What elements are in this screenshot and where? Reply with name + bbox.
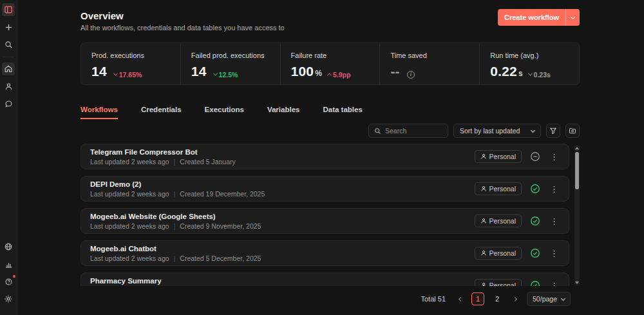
sidebar-item-chat-icon[interactable] <box>2 97 15 110</box>
workflow-name: Telegram File Compressor Bot <box>90 148 475 156</box>
stat-unit: s <box>518 69 523 78</box>
scrollbar-up-arrow-icon[interactable] <box>575 147 579 149</box>
create-workflow-button[interactable]: Create workflow <box>498 9 580 26</box>
new-item-plus-icon[interactable] <box>2 21 15 33</box>
trend-arrow-icon <box>113 72 118 76</box>
workflow-row[interactable]: Telegram File Compressor Bot Last update… <box>80 144 569 169</box>
workflow-created: Created 5 January <box>180 158 235 166</box>
chevron-right-icon <box>512 296 516 301</box>
tab[interactable]: Data tables <box>323 106 362 119</box>
workflow-info: Mogeeb.ai Website (Google Sheets) Last u… <box>90 213 475 230</box>
total-count-label: Total 51 <box>421 295 446 303</box>
page-number-button[interactable]: 1 <box>471 292 484 305</box>
stat-trend <box>407 71 417 79</box>
list-scrollbar[interactable] <box>574 145 580 286</box>
search-input[interactable] <box>385 127 442 135</box>
workflow-name: Pharmacy Summary <box>90 277 475 285</box>
stat-trend: 0.23s <box>529 71 551 79</box>
chevron-down-icon <box>561 296 565 300</box>
stats-strip: Prod. executions 14 17.65% <box>80 43 580 85</box>
row-menu-kebab-icon[interactable]: ⋮ <box>549 248 560 259</box>
person-icon <box>480 282 487 286</box>
app-logo-icon[interactable] <box>2 3 15 16</box>
owner-badge-label: Personal <box>489 185 516 193</box>
workflow-info: Pharmacy Summary | <box>90 277 475 287</box>
sidebar-divider <box>3 57 15 57</box>
meta-divider: | <box>174 158 176 166</box>
pagination: Total 51 1 2 50/page <box>80 292 580 306</box>
sidebar-item-home-icon[interactable] <box>2 62 15 75</box>
status-inactive-icon[interactable] <box>530 151 540 162</box>
trend-value: 5.9pp <box>333 71 350 79</box>
row-menu-kebab-icon[interactable]: ⋮ <box>549 280 560 287</box>
workflow-name: Mogeeb.ai Chatbot <box>90 245 475 253</box>
stat-value: 14 <box>91 64 107 79</box>
chevron-left-icon <box>458 296 462 301</box>
stat-trend: 17.65% <box>114 71 142 79</box>
status-active-icon[interactable] <box>530 280 540 286</box>
page-size-value: 50/page <box>533 295 557 303</box>
next-page-button[interactable] <box>510 292 520 305</box>
sidebar-item-help-icon[interactable] <box>2 275 15 288</box>
workflow-row[interactable]: DEPI Demo (2) Last updated 2 weeks ago |… <box>80 176 569 202</box>
row-menu-kebab-icon[interactable]: ⋮ <box>549 151 560 162</box>
sort-select[interactable]: Sort by last updated <box>453 124 541 138</box>
create-workflow-dropdown[interactable] <box>566 17 580 19</box>
workflow-row[interactable]: Mogeeb.ai Chatbot Last updated 2 weeks a… <box>80 240 569 266</box>
filter-button[interactable] <box>546 124 560 138</box>
sidebar-item-user-icon[interactable] <box>2 80 15 93</box>
stat-card: Run time (avg.) 0.22 s 0.23s <box>479 43 579 84</box>
page-number-button[interactable]: 2 <box>491 292 504 305</box>
owner-badge: Personal <box>475 150 522 163</box>
workflow-name: Mogeeb.ai Website (Google Sheets) <box>90 213 475 220</box>
workflow-meta: Last updated 2 weeks ago | Created 9 Nov… <box>90 222 475 230</box>
tab[interactable]: Workflows <box>80 106 118 119</box>
workflow-created: Created 19 December, 2025 <box>180 190 265 198</box>
stat-value: -- <box>390 64 399 79</box>
status-active-icon[interactable] <box>530 248 540 258</box>
workflow-row[interactable]: Mogeeb.ai Website (Google Sheets) Last u… <box>80 208 569 234</box>
app-root: Overview All the workflows, credentials … <box>0 0 644 315</box>
new-folder-button[interactable] <box>565 124 580 138</box>
sidebar-item-insights-icon[interactable] <box>2 258 15 271</box>
workflow-info: Telegram File Compressor Bot Last update… <box>90 148 475 166</box>
stat-card: Failure rate 100 % 5.9pp <box>280 43 380 84</box>
stat-trend: 5.9pp <box>328 71 350 79</box>
workflow-meta: Last updated 2 weeks ago | Created 5 Jan… <box>90 158 475 166</box>
status-active-icon[interactable] <box>530 184 540 194</box>
list-toolbar: Sort by last updated <box>80 124 580 138</box>
workflow-meta: Last updated 2 weeks ago | Created 19 De… <box>90 190 475 198</box>
notification-dot <box>13 275 15 278</box>
sidebar-item-settings-icon[interactable] <box>2 292 15 305</box>
sidebar-item-globe-icon[interactable] <box>2 240 15 253</box>
stat-unit: % <box>315 69 322 78</box>
stat-card: Time saved -- <box>379 43 479 84</box>
workflow-meta: Last updated 2 weeks ago | Created 5 Dec… <box>90 254 475 262</box>
workflow-row[interactable]: Pharmacy Summary | Personal <box>80 272 569 286</box>
folder-icon <box>569 127 576 135</box>
trend-arrow-icon <box>213 72 218 76</box>
scrollbar-thumb[interactable] <box>575 152 579 189</box>
person-icon <box>480 186 487 192</box>
tab[interactable]: Variables <box>267 106 300 119</box>
sidebar-search-icon[interactable] <box>2 38 15 51</box>
prev-page-button[interactable] <box>455 292 465 305</box>
meta-divider: | <box>174 190 176 198</box>
search-box <box>368 124 448 138</box>
stat-label: Run time (avg.) <box>490 52 569 59</box>
row-menu-kebab-icon[interactable]: ⋮ <box>549 184 560 195</box>
workflow-info: DEPI Demo (2) Last updated 2 weeks ago |… <box>90 180 475 198</box>
row-menu-kebab-icon[interactable]: ⋮ <box>549 216 560 227</box>
stat-card: Failed prod. executions 14 12.5% <box>180 43 280 84</box>
sort-value: Sort by last updated <box>460 127 520 135</box>
status-active-icon[interactable] <box>530 216 540 226</box>
tab[interactable]: Executions <box>205 106 244 119</box>
scrollbar-down-arrow-icon[interactable] <box>575 282 579 284</box>
workflow-updated: Last updated 2 weeks ago <box>90 190 169 198</box>
workflow-updated: Last updated 2 weeks ago <box>90 158 169 166</box>
stat-label: Prod. executions <box>91 52 170 59</box>
page-size-select[interactable]: 50/page <box>527 292 571 306</box>
tab[interactable]: Credentials <box>141 106 182 119</box>
chevron-down-icon <box>571 14 575 19</box>
stat-value: 100 <box>291 64 314 79</box>
